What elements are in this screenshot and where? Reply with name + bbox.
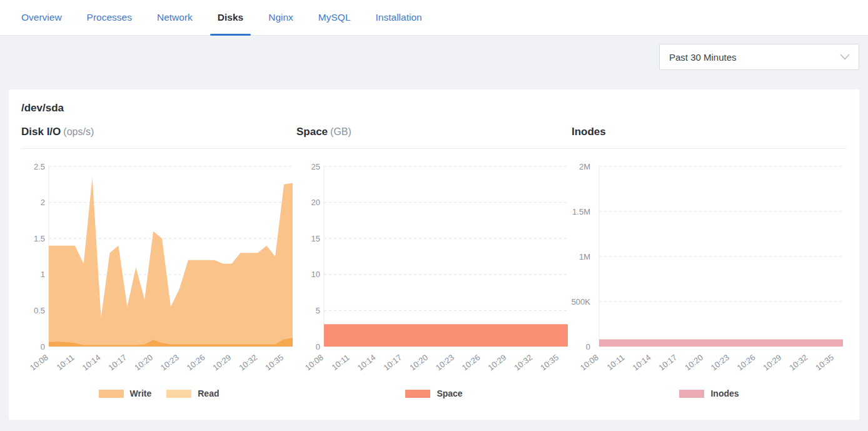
svg-text:2.5: 2.5 (34, 162, 45, 171)
svg-text:1M: 1M (579, 252, 590, 261)
svg-text:10:23: 10:23 (434, 353, 456, 373)
disk-io-chart-block: 00.511.522.510:0810:1110:1410:1710:2010:… (21, 158, 296, 398)
svg-text:10:11: 10:11 (605, 353, 627, 372)
svg-text:10:17: 10:17 (106, 353, 128, 373)
tab-bar: Overview Processes Network Disks Nginx M… (0, 0, 868, 36)
svg-text:2: 2 (41, 198, 45, 207)
space-chart-block: 051015202510:0810:1110:1410:1710:2010:23… (296, 158, 572, 398)
toolbar: Past 30 Minutes (0, 36, 868, 70)
inodes-chart-block: 0500K1M1.5M2M10:0810:1110:1410:1710:2010… (572, 158, 847, 398)
legend-space: Space (405, 388, 462, 398)
time-range-select[interactable]: Past 30 Minutes (659, 44, 859, 70)
svg-text:10:17: 10:17 (381, 353, 403, 373)
disk-io-legend: WriteRead (21, 388, 296, 398)
chart-titles-row: Disk I/O(ops/s) Space(GB) Inodes (21, 124, 847, 139)
svg-text:10:26: 10:26 (460, 353, 482, 373)
svg-text:10:23: 10:23 (709, 353, 731, 373)
svg-text:0: 0 (316, 342, 320, 352)
time-range-value: Past 30 Minutes (669, 52, 737, 63)
svg-text:10:35: 10:35 (263, 353, 285, 373)
svg-text:10:32: 10:32 (512, 353, 534, 373)
svg-text:10:11: 10:11 (55, 353, 76, 372)
svg-text:500K: 500K (572, 297, 590, 307)
svg-text:10:08: 10:08 (303, 353, 325, 373)
svg-text:1.5M: 1.5M (572, 207, 590, 216)
tab-network[interactable]: Network (149, 0, 200, 35)
space-legend: Space (296, 388, 572, 398)
svg-text:10:17: 10:17 (657, 353, 679, 373)
legend-label: Read (198, 388, 219, 398)
disk-io-chart: 00.511.522.510:0810:1110:1410:1710:2010:… (21, 158, 296, 380)
svg-text:10:14: 10:14 (631, 353, 653, 373)
space-unit: (GB) (330, 126, 351, 137)
tab-installation[interactable]: Installation (368, 0, 430, 35)
svg-text:10:23: 10:23 (159, 353, 181, 373)
legend-label: Space (437, 388, 462, 398)
svg-text:25: 25 (311, 162, 320, 171)
svg-text:20: 20 (311, 198, 320, 207)
svg-text:10:20: 10:20 (133, 353, 154, 373)
disk-card: /dev/sda Disk I/O(ops/s) Space(GB) Inode… (9, 89, 859, 420)
svg-text:10:26: 10:26 (735, 353, 757, 373)
svg-text:10:32: 10:32 (787, 353, 809, 373)
legend-write: Write (99, 388, 152, 398)
inodes-swatch (679, 390, 704, 398)
legend-read: Read (166, 388, 219, 398)
svg-text:10:20: 10:20 (683, 353, 705, 373)
inodes-title: Inodes (572, 124, 847, 139)
svg-text:0.5: 0.5 (34, 306, 45, 315)
svg-text:10:11: 10:11 (330, 353, 351, 372)
tab-disks[interactable]: Disks (210, 0, 251, 35)
svg-text:10:29: 10:29 (486, 353, 508, 373)
legend-inodes: Inodes (679, 388, 739, 398)
legend-label: Inodes (710, 388, 739, 398)
svg-text:0: 0 (586, 342, 590, 352)
svg-text:10:29: 10:29 (211, 353, 233, 373)
svg-text:10:29: 10:29 (761, 353, 783, 373)
disk-io-title: Disk I/O(ops/s) (21, 124, 296, 139)
write-swatch (99, 390, 124, 398)
svg-text:10:14: 10:14 (81, 353, 103, 373)
svg-text:5: 5 (316, 306, 320, 315)
svg-text:10:14: 10:14 (356, 353, 378, 373)
svg-text:2M: 2M (579, 162, 590, 171)
disk-io-unit: (ops/s) (63, 126, 94, 137)
svg-text:10:08: 10:08 (28, 353, 50, 373)
svg-text:1.5: 1.5 (34, 234, 45, 243)
svg-text:0: 0 (41, 342, 45, 352)
svg-text:10:20: 10:20 (408, 353, 430, 373)
svg-text:10:32: 10:32 (237, 353, 259, 373)
legend-label: Write (130, 388, 152, 398)
tab-nginx[interactable]: Nginx (261, 0, 301, 35)
inodes-chart: 0500K1M1.5M2M10:0810:1110:1410:1710:2010… (572, 158, 847, 380)
space-title: Space(GB) (296, 124, 572, 139)
device-title: /dev/sda (21, 101, 847, 116)
charts-row: 00.511.522.510:0810:1110:1410:1710:2010:… (21, 158, 847, 398)
divider (21, 148, 847, 149)
svg-text:10:35: 10:35 (538, 353, 560, 373)
chevron-down-icon (840, 54, 850, 60)
read-swatch (166, 390, 191, 398)
svg-text:1: 1 (41, 270, 45, 279)
svg-text:10:35: 10:35 (814, 353, 835, 373)
svg-text:10:08: 10:08 (578, 353, 600, 373)
tab-mysql[interactable]: MySQL (311, 0, 358, 35)
svg-text:10:26: 10:26 (185, 353, 207, 373)
space-swatch (405, 390, 430, 398)
tab-overview[interactable]: Overview (14, 0, 69, 35)
svg-text:15: 15 (311, 234, 320, 243)
space-chart: 051015202510:0810:1110:1410:1710:2010:23… (296, 158, 572, 380)
tab-processes[interactable]: Processes (79, 0, 139, 35)
svg-text:10: 10 (311, 270, 320, 279)
inodes-legend: Inodes (572, 388, 847, 398)
